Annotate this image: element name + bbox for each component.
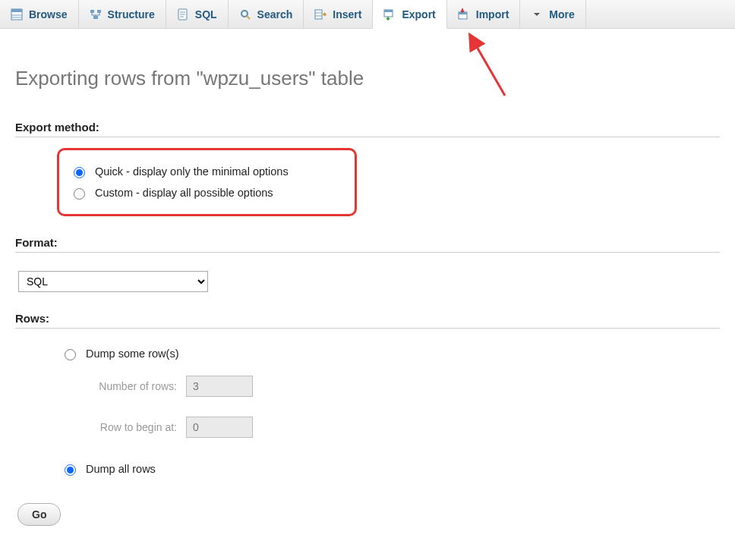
- tab-search[interactable]: Search: [229, 0, 304, 28]
- go-button[interactable]: Go: [17, 503, 61, 526]
- radio-dump-some-label: Dump some row(s): [86, 348, 178, 360]
- section-rows: Rows:: [15, 312, 720, 329]
- radio-custom-label: Custom - display all possible options: [95, 187, 273, 199]
- tab-label: Import: [476, 8, 509, 20]
- svg-rect-5: [97, 10, 101, 13]
- radio-dump-all[interactable]: Dump all rows: [61, 458, 720, 480]
- tab-export[interactable]: Export: [373, 0, 446, 29]
- top-tabbar: Browse Structure SQL Search Insert Expor…: [0, 0, 735, 29]
- svg-rect-13: [315, 10, 322, 19]
- insert-icon: [314, 8, 326, 20]
- tab-label: Export: [402, 8, 435, 20]
- section-format: Format:: [15, 236, 720, 253]
- dump-some-subfields: Number of rows: Row to begin at:: [90, 376, 720, 438]
- radio-dump-some[interactable]: Dump some row(s): [61, 342, 720, 365]
- svg-rect-1: [11, 9, 22, 12]
- structure-icon: [90, 8, 102, 20]
- begin-at-input[interactable]: [186, 417, 253, 438]
- begin-at-row: Row to begin at:: [90, 417, 720, 438]
- tab-browse[interactable]: Browse: [0, 0, 79, 28]
- chevron-down-icon: [531, 8, 543, 20]
- page-title: Exporting rows from "wpzu_users" table: [15, 67, 720, 90]
- tab-more[interactable]: More: [520, 0, 585, 28]
- num-rows-input[interactable]: [186, 376, 253, 397]
- format-select[interactable]: SQL: [18, 271, 208, 292]
- svg-rect-17: [384, 10, 393, 12]
- tab-insert[interactable]: Insert: [304, 0, 373, 28]
- radio-dump-all-input[interactable]: [65, 464, 76, 476]
- tab-sql[interactable]: SQL: [166, 0, 229, 28]
- tab-label: Insert: [333, 8, 361, 20]
- svg-rect-4: [90, 10, 94, 13]
- num-rows-row: Number of rows:: [90, 376, 720, 397]
- tab-label: Browse: [29, 8, 68, 20]
- svg-rect-6: [93, 16, 98, 19]
- browse-icon: [11, 8, 23, 20]
- tab-label: Structure: [108, 8, 155, 20]
- svg-point-11: [241, 11, 248, 17]
- export-icon: [383, 8, 396, 20]
- radio-quick-input[interactable]: [74, 167, 85, 178]
- annotation-arrow: [452, 27, 520, 103]
- export-method-highlight: Quick - display only the minimal options…: [57, 148, 357, 216]
- content-area: Exporting rows from "wpzu_users" table E…: [0, 29, 735, 556]
- sql-icon: [177, 8, 189, 20]
- tab-import[interactable]: Import: [447, 0, 521, 28]
- rows-block: Dump some row(s) Number of rows: Row to …: [61, 342, 720, 480]
- tab-structure[interactable]: Structure: [79, 0, 166, 28]
- radio-quick[interactable]: Quick - display only the minimal options: [70, 161, 339, 182]
- import-icon: [458, 8, 470, 20]
- search-icon: [239, 8, 251, 20]
- section-export-method: Export method:: [15, 121, 720, 137]
- tab-label: Search: [257, 8, 293, 20]
- radio-dump-some-input[interactable]: [65, 349, 76, 360]
- radio-custom[interactable]: Custom - display all possible options: [70, 182, 339, 203]
- tab-label: SQL: [195, 8, 217, 20]
- radio-quick-label: Quick - display only the minimal options: [95, 165, 289, 178]
- num-rows-label: Number of rows:: [90, 380, 177, 392]
- tab-label: More: [549, 8, 574, 20]
- radio-dump-all-label: Dump all rows: [86, 463, 156, 475]
- radio-custom-input[interactable]: [74, 188, 85, 200]
- svg-line-12: [247, 16, 250, 19]
- begin-at-label: Row to begin at:: [90, 421, 177, 433]
